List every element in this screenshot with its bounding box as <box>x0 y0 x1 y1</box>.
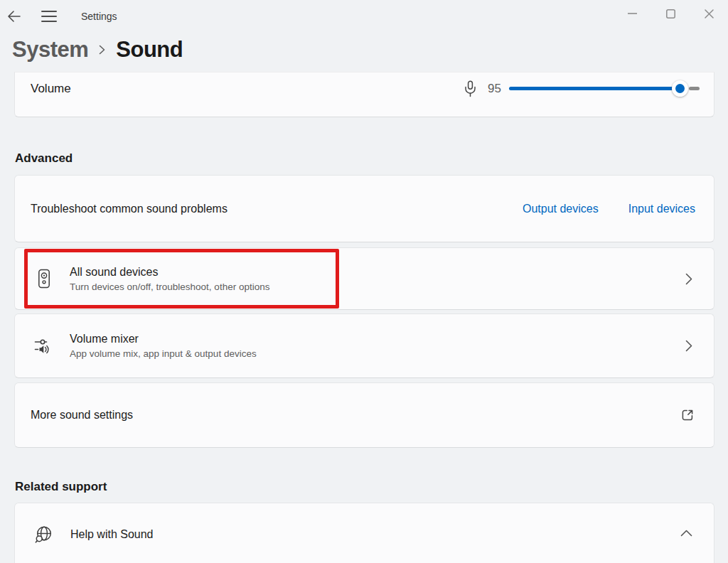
volume-mixer-text: Volume mixer App volume mix, app input &… <box>70 333 685 359</box>
globe-search-icon <box>33 524 54 545</box>
input-devices-link[interactable]: Input devices <box>628 203 695 215</box>
hamburger-icon <box>41 7 57 26</box>
volume-slider-track-rest <box>689 87 700 90</box>
volume-label: Volume <box>31 82 71 96</box>
chevron-up-icon <box>680 530 692 537</box>
volume-mixer-icon <box>33 336 53 355</box>
breadcrumb-chevron-icon <box>99 44 105 55</box>
menu-button[interactable] <box>37 6 61 27</box>
troubleshoot-card: Troubleshoot common sound problems Outpu… <box>14 175 714 242</box>
troubleshoot-label: Troubleshoot common sound problems <box>31 203 523 215</box>
output-devices-link[interactable]: Output devices <box>523 203 599 215</box>
volume-mixer-subtitle: App volume mix, app input & output devic… <box>70 348 685 359</box>
settings-window: Settings System Sound Volume 95 <box>0 0 728 563</box>
more-sound-settings-row[interactable]: More sound settings <box>14 382 714 448</box>
maximize-button[interactable] <box>651 0 690 27</box>
help-with-sound-label: Help with Sound <box>70 526 680 541</box>
breadcrumb: System Sound <box>12 37 183 63</box>
help-with-sound-row[interactable]: Help with Sound <box>14 503 714 563</box>
all-sound-devices-title: All sound devices <box>70 266 685 279</box>
all-sound-devices-text: All sound devices Turn devices on/off, t… <box>70 266 685 292</box>
minimize-button[interactable] <box>613 0 651 27</box>
related-support-header: Related support <box>15 480 107 494</box>
breadcrumb-sound: Sound <box>116 37 183 63</box>
volume-slider[interactable] <box>509 73 700 105</box>
close-button[interactable] <box>690 0 728 27</box>
speaker-box-icon <box>36 269 52 289</box>
volume-mixer-row[interactable]: Volume mixer App volume mix, app input &… <box>14 313 714 378</box>
app-title: Settings <box>81 11 117 22</box>
chevron-right-icon <box>685 273 692 285</box>
chevron-right-icon <box>685 340 692 352</box>
titlebar: Settings <box>0 0 728 31</box>
all-sound-devices-subtitle: Turn devices on/off, troubleshoot, other… <box>70 282 685 292</box>
close-icon <box>705 9 714 18</box>
maximize-icon <box>666 9 675 18</box>
minimize-icon <box>628 13 637 14</box>
all-sound-devices-row[interactable]: All sound devices Turn devices on/off, t… <box>14 247 714 310</box>
back-button[interactable] <box>1 6 26 27</box>
more-sound-settings-label: More sound settings <box>31 409 680 422</box>
advanced-section-header: Advanced <box>15 151 73 166</box>
volume-value: 95 <box>478 82 501 96</box>
breadcrumb-system[interactable]: System <box>12 37 88 63</box>
external-link-icon <box>680 408 695 422</box>
volume-card: Volume 95 <box>14 72 714 117</box>
back-arrow-icon <box>7 11 21 22</box>
microphone-icon <box>463 80 478 97</box>
window-controls <box>613 0 728 27</box>
volume-slider-thumb[interactable] <box>672 80 688 97</box>
troubleshoot-links: Output devices Input devices <box>523 203 695 215</box>
volume-mixer-title: Volume mixer <box>70 333 685 345</box>
volume-slider-fill <box>509 87 680 90</box>
